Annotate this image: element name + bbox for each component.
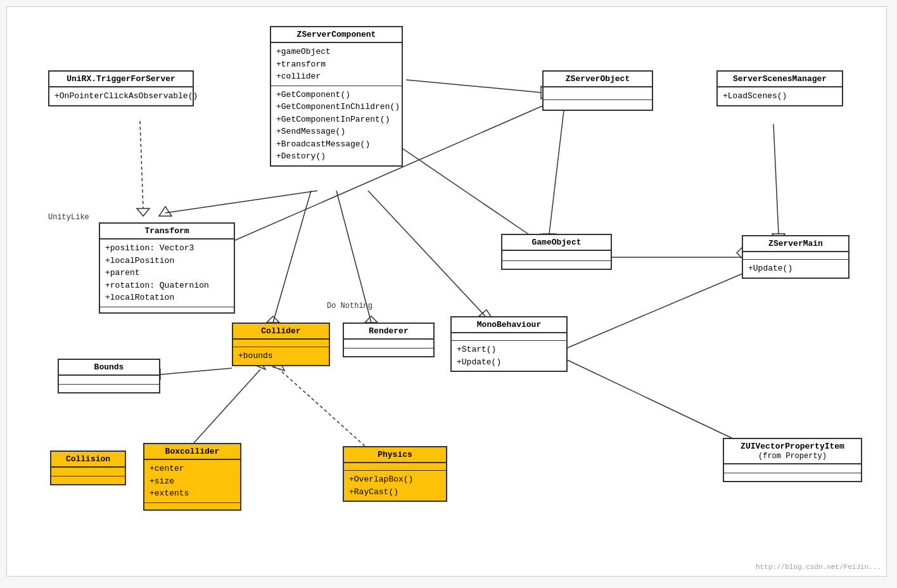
class-attributes: [344, 463, 446, 471]
class-transform: Transform +position: Vector3+localPositi…: [99, 222, 235, 314]
svg-line-20: [564, 270, 751, 349]
class-collider: Collider +bounds: [232, 323, 330, 366]
class-methods: [724, 473, 861, 481]
class-zservercomponent: ZServerComponent +gameObject+transform+c…: [270, 26, 403, 167]
class-attributes: +position: Vector3+localPosition+parent+…: [100, 240, 234, 307]
class-header: Physics: [344, 447, 446, 463]
watermark: http://blog.csdn.net/FeiJin...: [756, 563, 881, 571]
class-methods: +LoadScenes(): [718, 87, 842, 105]
class-methods: +GetComponent()+GetComponentInChildren()…: [271, 86, 402, 165]
class-header: ServerScenesManager: [718, 72, 842, 87]
class-methods: [144, 503, 240, 509]
class-methods: +Start()+Update(): [452, 341, 566, 371]
class-header: Collider: [233, 324, 329, 340]
class-boxcollider: Boxcollider +center+size+extents: [143, 443, 241, 511]
class-physics: Physics +OverlapBox()+RayCast(): [343, 446, 447, 502]
class-attributes: [743, 252, 848, 260]
svg-line-4: [273, 191, 311, 323]
svg-marker-3: [159, 207, 172, 216]
class-header: MonoBehaviour: [452, 317, 566, 333]
class-methods: [59, 385, 159, 392]
svg-line-8: [368, 191, 485, 316]
class-attributes: [233, 340, 329, 347]
class-methods: +OnPointerClickAsObservable(): [49, 87, 193, 105]
class-attributes: [502, 251, 611, 261]
class-collision: Collision: [50, 451, 126, 485]
class-attributes: [51, 468, 125, 476]
class-methods: [51, 476, 125, 484]
class-methods: [100, 307, 234, 312]
class-header: ZServerMain: [743, 236, 848, 252]
class-header: Renderer: [344, 324, 433, 340]
class-attributes: [544, 87, 652, 100]
svg-line-10: [381, 134, 539, 241]
class-gameobject: GameObject: [501, 234, 612, 270]
svg-line-14: [160, 368, 232, 374]
class-methods: +bounds: [233, 347, 329, 365]
class-header: GameObject: [502, 235, 611, 251]
class-attributes: +center+size+extents: [144, 460, 240, 503]
class-methods: +OverlapBox()+RayCast(): [344, 471, 446, 501]
class-header: UniRX.TriggerForServer: [49, 72, 193, 87]
class-header: Collision: [51, 452, 125, 468]
class-zuivectorpropertyitem: ZUIVectorPropertyItem (from Property): [723, 438, 862, 482]
class-zservermain: ZServerMain +Update(): [742, 235, 849, 279]
svg-line-16: [194, 369, 260, 443]
svg-marker-5: [267, 316, 279, 323]
svg-line-28: [549, 105, 564, 234]
class-methods: [502, 261, 611, 269]
class-monobehaviour: MonoBehaviour +Start()+Update(): [450, 316, 568, 372]
class-methods: [344, 348, 433, 356]
class-attributes: [59, 376, 159, 385]
class-header: Transform: [100, 224, 234, 240]
svg-line-0: [406, 80, 541, 93]
class-methods: [544, 100, 652, 110]
class-header: ZServerComponent: [271, 27, 402, 43]
class-header: Boxcollider: [144, 444, 240, 460]
class-header: ZUIVectorPropertyItem (from Property): [724, 439, 861, 464]
svg-line-24: [773, 124, 779, 234]
class-unirx: UniRX.TriggerForServer +OnPointerClickAs…: [48, 70, 194, 106]
class-header: Bounds: [59, 360, 159, 376]
svg-line-2: [165, 191, 317, 213]
class-serverscenesmanager: ServerScenesManager +LoadScenes(): [716, 70, 843, 106]
svg-line-12: [140, 121, 143, 208]
class-attributes: [724, 464, 861, 473]
diagram-area: ZServerComponent +gameObject+transform+c…: [6, 6, 887, 577]
svg-line-18: [279, 369, 365, 446]
class-methods: +Update(): [743, 260, 848, 278]
class-attributes: +gameObject+transform+collider: [271, 43, 402, 86]
label-unitylike: UnityLike: [48, 213, 89, 222]
svg-marker-13: [137, 208, 150, 216]
class-attributes: [452, 333, 566, 341]
svg-marker-7: [365, 316, 378, 323]
class-renderer: Renderer: [343, 323, 435, 357]
class-bounds: Bounds: [58, 359, 160, 393]
svg-line-22: [564, 359, 751, 447]
class-zserverobject: ZServerObject: [542, 70, 653, 111]
class-header: ZServerObject: [544, 72, 652, 87]
class-attributes: [344, 340, 433, 348]
label-donothing: Do Nothing: [327, 302, 372, 310]
